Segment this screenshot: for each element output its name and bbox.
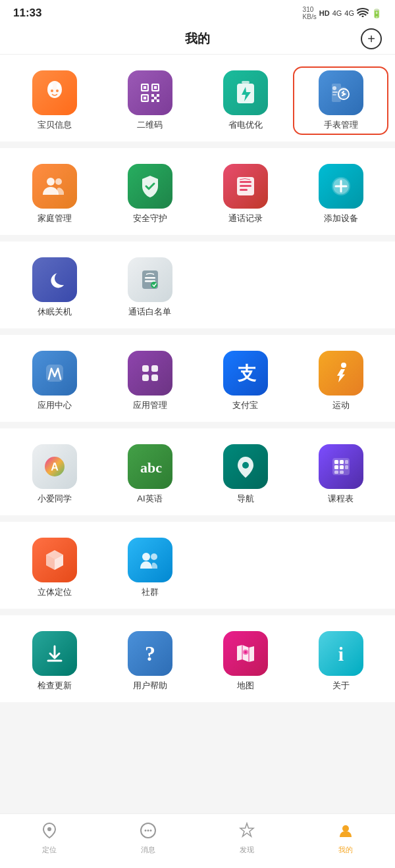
- about-label: 关于: [332, 680, 350, 692]
- app-grid-3: 休眠关机 通话白名单: [7, 253, 388, 322]
- svg-point-66: [47, 827, 51, 831]
- adddev-icon: [319, 164, 363, 209]
- navi-label: 导航: [237, 493, 254, 505]
- nav-item-discover[interactable]: 发现: [198, 819, 296, 857]
- app-item-alipay[interactable]: 支 支付宝: [198, 347, 293, 415]
- schedule-label: 课程表: [328, 493, 354, 505]
- app-item-qrcode[interactable]: 二维码: [102, 66, 198, 135]
- location-nav-icon: [41, 822, 58, 843]
- add-button[interactable]: +: [361, 28, 382, 49]
- app-item-safety[interactable]: 安全守护: [102, 160, 198, 228]
- svg-rect-10: [154, 86, 157, 89]
- xiaoi-label: 小爱同学: [38, 493, 72, 505]
- app-grid-6: 立体定位 社群: [7, 534, 388, 602]
- map-icon: [223, 631, 268, 676]
- nav-item-mine[interactable]: 我的: [296, 819, 395, 857]
- qrcode-label: 二维码: [137, 119, 163, 131]
- adddev-label: 添加设备: [324, 213, 358, 224]
- svg-point-64: [244, 651, 247, 653]
- app-grid-7: 检查更新 ? 用户帮助: [7, 627, 388, 696]
- sleep-icon: [32, 257, 77, 302]
- sport-label: 运动: [332, 399, 350, 411]
- community-icon: [128, 538, 172, 582]
- app-grid-5: A 小爱同学 abc AI英语: [7, 440, 388, 509]
- appmanage-label: 应用管理: [133, 399, 167, 411]
- community-label: 社群: [142, 586, 159, 598]
- whitelist-label: 通话白名单: [128, 306, 171, 318]
- svg-rect-43: [142, 374, 149, 381]
- nav-mine-label: 我的: [338, 845, 353, 855]
- nav-item-messages[interactable]: 消息: [99, 819, 198, 857]
- app-item-battery[interactable]: 省电优化: [198, 66, 293, 135]
- location3d-icon: [32, 538, 77, 582]
- app-item-sleep[interactable]: 休眠关机: [7, 253, 102, 322]
- svg-point-21: [332, 86, 336, 90]
- battery-save-icon: [223, 70, 268, 115]
- app-item-sport[interactable]: 运动: [293, 347, 388, 415]
- app-section-7: 检查更新 ? 用户帮助: [0, 615, 395, 702]
- app-section-2: 家庭管理 安全守护: [0, 148, 395, 235]
- app-grid-4: 应用中心 应用管理 支: [7, 347, 388, 415]
- sleep-label: 休眠关机: [38, 306, 72, 318]
- location3d-label: 立体定位: [38, 586, 72, 598]
- nav-messages-label: 消息: [141, 845, 155, 855]
- svg-rect-23: [332, 94, 336, 95]
- app-item-adddev[interactable]: 添加设备: [293, 160, 388, 228]
- svg-rect-42: [151, 365, 158, 372]
- hd-icon: HD: [319, 9, 330, 17]
- discover-nav-icon: [238, 822, 255, 843]
- svg-rect-14: [151, 94, 154, 97]
- app-item-community[interactable]: 社群: [102, 534, 198, 602]
- app-item-appmanage[interactable]: 应用管理: [102, 347, 198, 415]
- app-item-xiaoi[interactable]: A 小爱同学: [7, 440, 102, 509]
- nav-item-location[interactable]: 定位: [0, 819, 99, 857]
- watch-manage-label: 手表管理: [324, 119, 358, 131]
- appstore-icon: [32, 351, 77, 396]
- aienglish-label: AI英语: [137, 493, 162, 505]
- svg-rect-17: [154, 97, 157, 99]
- svg-rect-55: [334, 465, 338, 469]
- app-item-map[interactable]: 地图: [198, 627, 293, 696]
- svg-point-50: [242, 462, 249, 469]
- app-section-1: 宝贝信息: [0, 55, 395, 141]
- baobei-label: 宝贝信息: [38, 119, 72, 131]
- svg-rect-27: [240, 181, 251, 183]
- svg-rect-28: [240, 185, 251, 187]
- app-item-appstore[interactable]: 应用中心: [7, 347, 102, 415]
- app-item-about[interactable]: i 关于: [293, 627, 388, 696]
- app-item-calllog[interactable]: 通话记录: [198, 160, 293, 228]
- svg-rect-52: [334, 460, 338, 464]
- update-label: 检查更新: [38, 680, 72, 692]
- app-grid-1: 宝贝信息: [7, 66, 388, 135]
- alipay-icon: 支: [223, 351, 268, 396]
- page-title: 我的: [185, 30, 210, 47]
- app-item-watch[interactable]: 手表管理: [293, 66, 388, 135]
- bottom-nav: 定位 消息 发现 我的: [0, 813, 395, 868]
- svg-rect-53: [340, 460, 344, 464]
- svg-point-71: [342, 825, 349, 832]
- app-item-update[interactable]: 检查更新: [7, 627, 102, 696]
- svg-point-24: [47, 178, 55, 186]
- app-item-whitelist[interactable]: 通话白名单: [102, 253, 198, 322]
- help-icon: ?: [128, 631, 172, 676]
- svg-point-69: [147, 830, 149, 832]
- app-item-family[interactable]: 家庭管理: [7, 160, 102, 228]
- message-nav-icon: [140, 822, 157, 843]
- app-section-4: 应用中心 应用管理 支: [0, 335, 395, 422]
- alipay-label: 支付宝: [232, 399, 258, 411]
- svg-point-1: [49, 83, 53, 89]
- app-item-schedule[interactable]: 课程表: [293, 440, 388, 509]
- family-icon: [32, 164, 77, 209]
- help-label: 用户帮助: [133, 680, 167, 692]
- svg-point-37: [151, 282, 157, 288]
- status-bar: 11:33 310KB/s HD 4G 4G 🔋: [0, 0, 395, 24]
- appstore-label: 应用中心: [38, 399, 72, 411]
- baobei-icon: [32, 70, 77, 115]
- app-item-navi[interactable]: 导航: [198, 440, 293, 509]
- svg-rect-41: [142, 365, 149, 372]
- app-item-aienglish[interactable]: abc AI英语: [102, 440, 198, 509]
- app-item-baobei[interactable]: 宝贝信息: [7, 66, 102, 135]
- app-item-location3d[interactable]: 立体定位: [7, 534, 102, 602]
- app-item-help[interactable]: ? 用户帮助: [102, 627, 198, 696]
- status-time: 11:33: [13, 7, 41, 20]
